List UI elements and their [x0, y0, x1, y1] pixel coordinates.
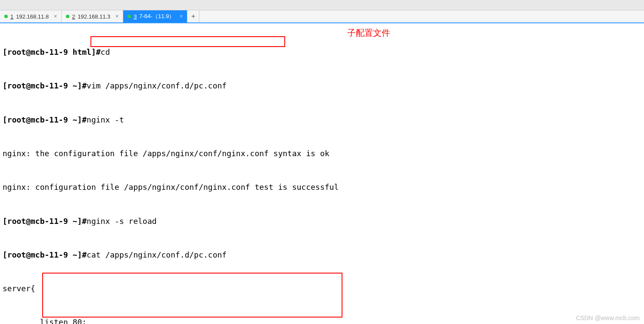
shell-command: nginx -t	[87, 115, 124, 124]
shell-prompt: [root@mcb-11-9 ~]#	[3, 115, 87, 124]
close-icon[interactable]: ×	[180, 13, 183, 19]
tab-label: 192.168.11.8	[16, 13, 49, 20]
shell-command: cd	[101, 47, 110, 57]
close-icon[interactable]: ×	[54, 13, 57, 19]
tab-2[interactable]: 2 192.168.11.3 ×	[62, 10, 123, 22]
shell-prompt: [root@mcb-11-9 html]#	[3, 47, 101, 57]
status-dot-icon	[66, 15, 69, 18]
status-dot-icon	[4, 15, 8, 18]
config-line: listen 80;	[3, 317, 641, 324]
tab-3[interactable]: 3 7-64-（11.9） ×	[123, 10, 187, 22]
tab-bar: 1 192.168.11.8 × 2 192.168.11.3 × 3 7-64…	[0, 10, 644, 23]
output-line: nginx: the configuration file /apps/ngin…	[3, 148, 641, 159]
menu-bar	[0, 0, 644, 10]
shell-prompt: [root@mcb-11-9 ~]#	[3, 217, 87, 226]
tab-index: 3	[134, 13, 137, 20]
tab-label: 7-64-（11.9）	[140, 13, 175, 20]
shell-command: cat /apps/nginx/conf.d/pc.conf	[87, 250, 227, 259]
add-tab-button[interactable]: +	[187, 10, 199, 22]
close-icon[interactable]: ×	[115, 13, 118, 19]
shell-command: nginx -s reload	[87, 217, 157, 226]
tab-index: 1	[10, 13, 13, 20]
highlight-box	[42, 273, 342, 318]
shell-prompt: [root@mcb-11-9 ~]#	[3, 81, 87, 90]
config-line: server{	[3, 283, 641, 294]
watermark: CSDN @www.mcb.com	[576, 315, 640, 321]
terminal-output[interactable]: [root@mcb-11-9 html]#cd [root@mcb-11-9 ~…	[0, 23, 644, 324]
status-dot-icon	[128, 15, 131, 18]
shell-prompt: [root@mcb-11-9 ~]#	[3, 250, 87, 259]
shell-command: vim /apps/nginx/conf.d/pc.conf	[87, 81, 227, 90]
highlight-box	[90, 36, 285, 47]
annotation-label: 子配置文件	[347, 27, 390, 39]
tab-label: 192.168.11.3	[78, 13, 110, 20]
tab-1[interactable]: 1 192.168.11.8 ×	[0, 10, 62, 22]
output-line: nginx: configuration file /apps/nginx/co…	[3, 182, 641, 193]
tab-index: 2	[72, 13, 75, 20]
